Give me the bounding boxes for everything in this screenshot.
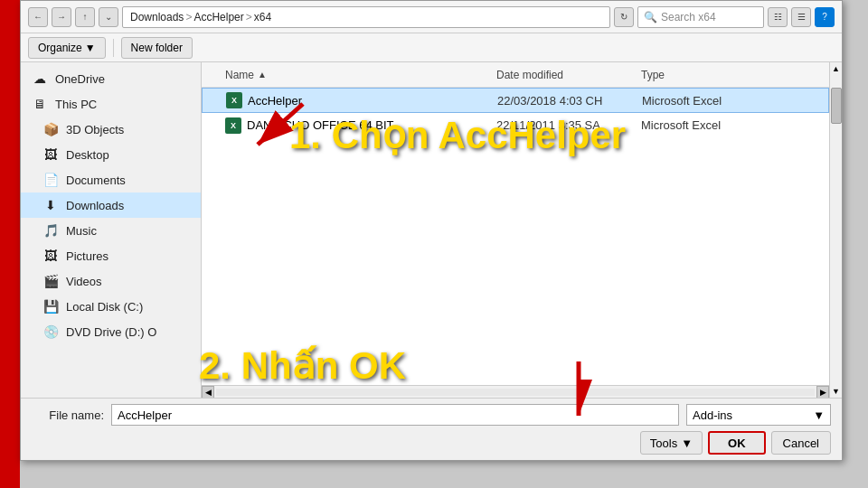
sidebar-label-documents: Documents: [66, 174, 126, 187]
file-row-danhcho[interactable]: X DANH CHO OFFICE 64 BIT 22/11/2011 3:35…: [202, 113, 829, 138]
hscroll-track: [216, 389, 815, 396]
videos-icon: 🎬: [42, 273, 59, 289]
scroll-right-btn[interactable]: ▶: [816, 386, 829, 399]
horizontal-scrollbar[interactable]: ◀ ▶: [202, 385, 829, 398]
toolbar-separator: [113, 39, 114, 57]
file-type-danhcho: Microsoft Excel: [634, 118, 826, 132]
desktop-icon: 🖼: [42, 146, 59, 163]
new-folder-label: New folder: [131, 42, 183, 54]
tools-label: Tools: [650, 436, 677, 450]
sidebar-item-3dobjects[interactable]: 📦 3D Objects: [21, 117, 201, 142]
sidebar-item-thispc[interactable]: 🖥 This PC: [21, 91, 201, 117]
col-header-date[interactable]: Date modified: [489, 62, 634, 87]
sidebar-item-desktop[interactable]: 🖼 Desktop: [21, 142, 201, 167]
sidebar-item-dvd[interactable]: 💿 DVD Drive (D:) O: [21, 319, 201, 344]
sidebar-item-videos[interactable]: 🎬 Videos: [21, 268, 201, 294]
filetype-chevron-icon: ▼: [813, 408, 825, 422]
vertical-scrollbar[interactable]: ▲ ▼: [829, 62, 842, 398]
main-content-area: ☁ OneDrive 🖥 This PC 📦 3D Objects 🖼 Desk…: [21, 62, 842, 398]
organize-button[interactable]: Organize ▼: [28, 37, 106, 59]
refresh-button[interactable]: ↻: [614, 7, 634, 27]
cancel-button[interactable]: Cancel: [771, 431, 831, 455]
up-button[interactable]: ↑: [75, 7, 95, 27]
scroll-down-btn[interactable]: ▼: [830, 385, 842, 398]
filetype-value: Add-ins: [693, 408, 732, 422]
preview-button[interactable]: ☰: [791, 7, 811, 27]
filename-input[interactable]: [111, 404, 679, 426]
documents-icon: 📄: [42, 172, 59, 188]
actions-row: Tools ▼ OK Cancel: [32, 431, 831, 455]
excel-icon-1: X: [226, 92, 242, 108]
tools-button[interactable]: Tools ▼: [640, 431, 703, 455]
file-name-danhcho: X DANH CHO OFFICE 64 BIT: [218, 117, 489, 134]
sep2: >: [246, 11, 252, 23]
acchelper-filename: AccHelper: [248, 94, 302, 108]
sidebar-label-videos: Videos: [66, 275, 102, 288]
sidebar-item-music[interactable]: 🎵 Music: [21, 218, 201, 243]
new-folder-button[interactable]: New folder: [121, 37, 193, 59]
toolbar: Organize ▼ New folder: [21, 33, 842, 62]
back-button[interactable]: ←: [28, 7, 48, 27]
column-headers: Name ▲ Date modified Type: [202, 62, 829, 88]
sidebar-label-music: Music: [66, 224, 97, 238]
sidebar-item-documents[interactable]: 📄 Documents: [21, 167, 201, 192]
sidebar-item-downloads[interactable]: ⬇ Downloads: [21, 192, 201, 218]
scroll-left-btn[interactable]: ◀: [202, 386, 214, 399]
address-bar-row: ← → ↑ ⌄ Downloads > AccHelper > x64 ↻ 🔍 …: [21, 1, 842, 33]
ok-button[interactable]: OK: [708, 431, 766, 455]
3dobjects-icon: 📦: [42, 121, 59, 137]
file-open-dialog: ← → ↑ ⌄ Downloads > AccHelper > x64 ↻ 🔍 …: [20, 0, 843, 461]
sep1: >: [185, 11, 192, 23]
file-date-acchelper: 22/03/2018 4:03 CH: [490, 94, 635, 108]
filename-label: File name:: [32, 408, 104, 422]
address-input[interactable]: Downloads > AccHelper > x64: [122, 6, 610, 28]
excel-icon-2: X: [225, 117, 241, 134]
file-type-acchelper: Microsoft Excel: [635, 94, 825, 108]
breadcrumb-x64: x64: [254, 11, 271, 23]
dvd-icon: 💿: [42, 324, 59, 340]
forward-button[interactable]: →: [52, 7, 71, 27]
search-bar[interactable]: 🔍 Search x64: [637, 6, 764, 28]
file-list: X AccHelper 22/03/2018 4:03 CH Microsoft…: [202, 88, 829, 385]
file-list-area: Name ▲ Date modified Type X AccHelper: [202, 62, 829, 398]
help-button[interactable]: ?: [815, 7, 835, 27]
red-accent-strip: [0, 0, 20, 488]
downloads-icon: ⬇: [42, 197, 59, 213]
sidebar-item-pictures[interactable]: 🖼 Pictures: [21, 243, 201, 268]
sort-icon: ▲: [258, 70, 267, 80]
file-date-danhcho: 22/11/2011 3:35 SA: [489, 118, 634, 132]
music-icon: 🎵: [42, 222, 59, 239]
sidebar-item-localdisk[interactable]: 💾 Local Disk (C:): [21, 294, 201, 319]
search-icon: 🔍: [644, 11, 657, 23]
filename-row: File name: Add-ins ▼: [32, 404, 831, 426]
filetype-dropdown[interactable]: Add-ins ▼: [686, 404, 831, 426]
organize-label: Organize: [38, 42, 82, 54]
search-placeholder: Search x64: [661, 11, 716, 23]
sidebar-label-desktop: Desktop: [66, 148, 109, 162]
sidebar: ☁ OneDrive 🖥 This PC 📦 3D Objects 🖼 Desk…: [21, 62, 202, 398]
sidebar-label-downloads: Downloads: [66, 199, 124, 212]
onedrive-icon: ☁: [32, 70, 48, 87]
sidebar-label-localdisk: Local Disk (C:): [66, 300, 143, 314]
scroll-up-btn[interactable]: ▲: [830, 62, 842, 75]
sidebar-label-dvd: DVD Drive (D:) O: [66, 325, 156, 339]
sidebar-item-onedrive[interactable]: ☁ OneDrive: [21, 66, 201, 91]
file-row-acchelper[interactable]: X AccHelper 22/03/2018 4:03 CH Microsoft…: [202, 88, 829, 113]
localdisk-icon: 💾: [42, 298, 59, 314]
pictures-icon: 🖼: [42, 248, 59, 264]
col-header-type[interactable]: Type: [634, 62, 826, 87]
sidebar-label-onedrive: OneDrive: [55, 72, 105, 86]
breadcrumb-acchelper: AccHelper: [193, 11, 243, 23]
organize-chevron-icon: ▼: [85, 42, 96, 54]
view-options-button[interactable]: ☷: [768, 7, 788, 27]
breadcrumb-downloads: Downloads: [130, 11, 184, 23]
danhcho-filename: DANH CHO OFFICE 64 BIT: [247, 118, 394, 132]
tools-chevron-icon: ▼: [681, 436, 693, 450]
sidebar-label-thispc: This PC: [55, 98, 97, 111]
scroll-thumb[interactable]: [831, 88, 842, 124]
thispc-icon: 🖥: [32, 96, 48, 112]
col-header-name[interactable]: Name ▲: [218, 62, 489, 87]
recent-button[interactable]: ⌄: [99, 7, 118, 27]
sidebar-label-3dobjects: 3D Objects: [66, 123, 124, 136]
file-name-acchelper: X AccHelper: [219, 92, 490, 108]
